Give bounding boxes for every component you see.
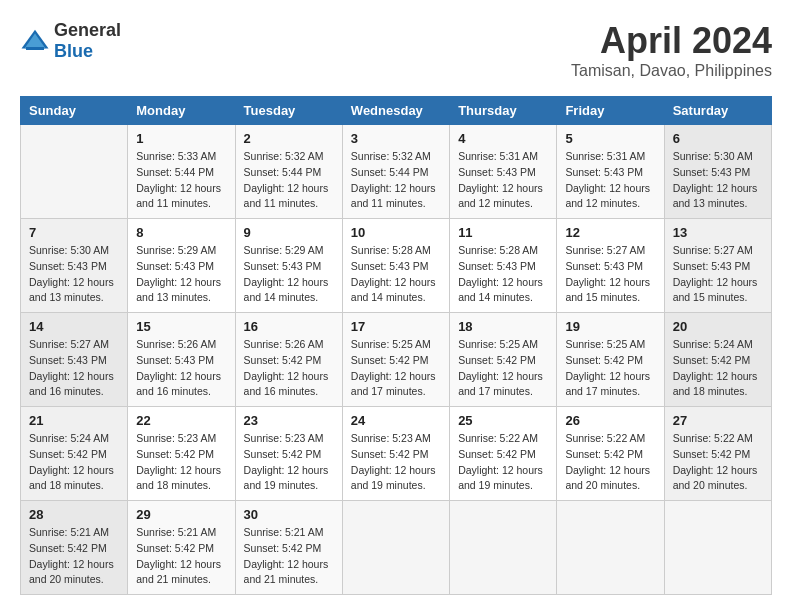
header-day-tuesday: Tuesday: [235, 97, 342, 125]
logo-blue-text: Blue: [54, 41, 93, 61]
calendar-cell: 21Sunrise: 5:24 AMSunset: 5:42 PMDayligh…: [21, 407, 128, 501]
calendar-cell: 6Sunrise: 5:30 AMSunset: 5:43 PMDaylight…: [664, 125, 771, 219]
calendar-cell: 11Sunrise: 5:28 AMSunset: 5:43 PMDayligh…: [450, 219, 557, 313]
calendar-week-row: 1Sunrise: 5:33 AMSunset: 5:44 PMDaylight…: [21, 125, 772, 219]
day-info: Sunrise: 5:23 AMSunset: 5:42 PMDaylight:…: [244, 431, 334, 494]
calendar-cell: 12Sunrise: 5:27 AMSunset: 5:43 PMDayligh…: [557, 219, 664, 313]
calendar-cell: 24Sunrise: 5:23 AMSunset: 5:42 PMDayligh…: [342, 407, 449, 501]
calendar-cell: 27Sunrise: 5:22 AMSunset: 5:42 PMDayligh…: [664, 407, 771, 501]
calendar-cell: 9Sunrise: 5:29 AMSunset: 5:43 PMDaylight…: [235, 219, 342, 313]
header-day-friday: Friday: [557, 97, 664, 125]
calendar-cell: 30Sunrise: 5:21 AMSunset: 5:42 PMDayligh…: [235, 501, 342, 595]
calendar-cell: 2Sunrise: 5:32 AMSunset: 5:44 PMDaylight…: [235, 125, 342, 219]
calendar-week-row: 21Sunrise: 5:24 AMSunset: 5:42 PMDayligh…: [21, 407, 772, 501]
calendar-week-row: 28Sunrise: 5:21 AMSunset: 5:42 PMDayligh…: [21, 501, 772, 595]
day-info: Sunrise: 5:29 AMSunset: 5:43 PMDaylight:…: [244, 243, 334, 306]
day-info: Sunrise: 5:31 AMSunset: 5:43 PMDaylight:…: [565, 149, 655, 212]
day-info: Sunrise: 5:21 AMSunset: 5:42 PMDaylight:…: [29, 525, 119, 588]
calendar-cell: [450, 501, 557, 595]
day-number: 10: [351, 225, 441, 240]
header-day-monday: Monday: [128, 97, 235, 125]
logo-wordmark: General Blue: [54, 20, 121, 62]
day-info: Sunrise: 5:23 AMSunset: 5:42 PMDaylight:…: [351, 431, 441, 494]
title-area: April 2024 Tamisan, Davao, Philippines: [571, 20, 772, 80]
day-info: Sunrise: 5:24 AMSunset: 5:42 PMDaylight:…: [29, 431, 119, 494]
day-info: Sunrise: 5:21 AMSunset: 5:42 PMDaylight:…: [244, 525, 334, 588]
calendar-cell: 8Sunrise: 5:29 AMSunset: 5:43 PMDaylight…: [128, 219, 235, 313]
day-number: 1: [136, 131, 226, 146]
page-header: General Blue April 2024 Tamisan, Davao, …: [20, 20, 772, 80]
day-number: 19: [565, 319, 655, 334]
day-number: 24: [351, 413, 441, 428]
day-number: 25: [458, 413, 548, 428]
day-info: Sunrise: 5:27 AMSunset: 5:43 PMDaylight:…: [673, 243, 763, 306]
day-number: 15: [136, 319, 226, 334]
month-title: April 2024: [571, 20, 772, 62]
day-info: Sunrise: 5:26 AMSunset: 5:43 PMDaylight:…: [136, 337, 226, 400]
calendar-cell: 25Sunrise: 5:22 AMSunset: 5:42 PMDayligh…: [450, 407, 557, 501]
calendar-cell: 29Sunrise: 5:21 AMSunset: 5:42 PMDayligh…: [128, 501, 235, 595]
logo-general-text: General: [54, 20, 121, 40]
day-info: Sunrise: 5:33 AMSunset: 5:44 PMDaylight:…: [136, 149, 226, 212]
day-number: 18: [458, 319, 548, 334]
day-number: 4: [458, 131, 548, 146]
calendar-cell: 19Sunrise: 5:25 AMSunset: 5:42 PMDayligh…: [557, 313, 664, 407]
calendar-cell: 10Sunrise: 5:28 AMSunset: 5:43 PMDayligh…: [342, 219, 449, 313]
day-info: Sunrise: 5:29 AMSunset: 5:43 PMDaylight:…: [136, 243, 226, 306]
day-number: 11: [458, 225, 548, 240]
calendar-cell: 20Sunrise: 5:24 AMSunset: 5:42 PMDayligh…: [664, 313, 771, 407]
header-day-sunday: Sunday: [21, 97, 128, 125]
calendar-cell: 14Sunrise: 5:27 AMSunset: 5:43 PMDayligh…: [21, 313, 128, 407]
day-info: Sunrise: 5:28 AMSunset: 5:43 PMDaylight:…: [351, 243, 441, 306]
calendar-cell: 16Sunrise: 5:26 AMSunset: 5:42 PMDayligh…: [235, 313, 342, 407]
day-info: Sunrise: 5:30 AMSunset: 5:43 PMDaylight:…: [29, 243, 119, 306]
day-number: 3: [351, 131, 441, 146]
day-number: 23: [244, 413, 334, 428]
day-info: Sunrise: 5:25 AMSunset: 5:42 PMDaylight:…: [458, 337, 548, 400]
calendar-table: SundayMondayTuesdayWednesdayThursdayFrid…: [20, 96, 772, 595]
calendar-cell: 17Sunrise: 5:25 AMSunset: 5:42 PMDayligh…: [342, 313, 449, 407]
day-number: 14: [29, 319, 119, 334]
calendar-cell: 18Sunrise: 5:25 AMSunset: 5:42 PMDayligh…: [450, 313, 557, 407]
header-day-thursday: Thursday: [450, 97, 557, 125]
calendar-header-row: SundayMondayTuesdayWednesdayThursdayFrid…: [21, 97, 772, 125]
day-number: 5: [565, 131, 655, 146]
calendar-cell: 5Sunrise: 5:31 AMSunset: 5:43 PMDaylight…: [557, 125, 664, 219]
day-number: 16: [244, 319, 334, 334]
day-info: Sunrise: 5:22 AMSunset: 5:42 PMDaylight:…: [565, 431, 655, 494]
svg-rect-2: [26, 47, 44, 50]
day-number: 22: [136, 413, 226, 428]
day-info: Sunrise: 5:32 AMSunset: 5:44 PMDaylight:…: [244, 149, 334, 212]
header-day-saturday: Saturday: [664, 97, 771, 125]
day-info: Sunrise: 5:27 AMSunset: 5:43 PMDaylight:…: [29, 337, 119, 400]
day-info: Sunrise: 5:31 AMSunset: 5:43 PMDaylight:…: [458, 149, 548, 212]
calendar-cell: [342, 501, 449, 595]
calendar-cell: [21, 125, 128, 219]
calendar-cell: 1Sunrise: 5:33 AMSunset: 5:44 PMDaylight…: [128, 125, 235, 219]
day-info: Sunrise: 5:25 AMSunset: 5:42 PMDaylight:…: [351, 337, 441, 400]
day-number: 27: [673, 413, 763, 428]
day-number: 2: [244, 131, 334, 146]
day-number: 13: [673, 225, 763, 240]
location-text: Tamisan, Davao, Philippines: [571, 62, 772, 80]
day-info: Sunrise: 5:21 AMSunset: 5:42 PMDaylight:…: [136, 525, 226, 588]
day-number: 20: [673, 319, 763, 334]
day-info: Sunrise: 5:22 AMSunset: 5:42 PMDaylight:…: [673, 431, 763, 494]
day-info: Sunrise: 5:23 AMSunset: 5:42 PMDaylight:…: [136, 431, 226, 494]
calendar-cell: [664, 501, 771, 595]
day-info: Sunrise: 5:25 AMSunset: 5:42 PMDaylight:…: [565, 337, 655, 400]
calendar-cell: [557, 501, 664, 595]
header-day-wednesday: Wednesday: [342, 97, 449, 125]
day-number: 28: [29, 507, 119, 522]
day-number: 8: [136, 225, 226, 240]
calendar-week-row: 14Sunrise: 5:27 AMSunset: 5:43 PMDayligh…: [21, 313, 772, 407]
logo: General Blue: [20, 20, 121, 62]
day-info: Sunrise: 5:26 AMSunset: 5:42 PMDaylight:…: [244, 337, 334, 400]
calendar-cell: 23Sunrise: 5:23 AMSunset: 5:42 PMDayligh…: [235, 407, 342, 501]
calendar-cell: 3Sunrise: 5:32 AMSunset: 5:44 PMDaylight…: [342, 125, 449, 219]
calendar-cell: 26Sunrise: 5:22 AMSunset: 5:42 PMDayligh…: [557, 407, 664, 501]
logo-icon: [20, 26, 50, 56]
calendar-week-row: 7Sunrise: 5:30 AMSunset: 5:43 PMDaylight…: [21, 219, 772, 313]
day-number: 29: [136, 507, 226, 522]
day-info: Sunrise: 5:28 AMSunset: 5:43 PMDaylight:…: [458, 243, 548, 306]
